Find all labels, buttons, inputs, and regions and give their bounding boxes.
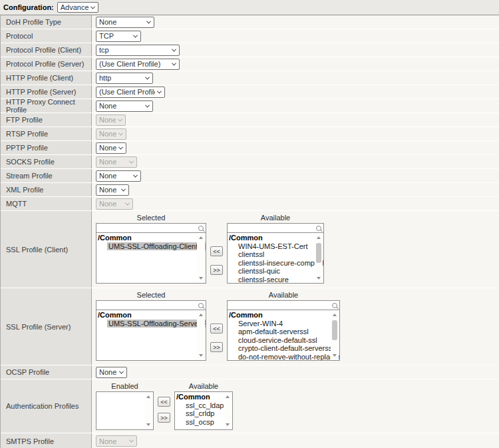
field-label: OCSP Profile [1,365,92,379]
list-item[interactable]: UMS-SSL-Offloading-Server-Profile [96,320,197,328]
list-item[interactable]: cloud-service-default-ssl [228,336,331,345]
scroll-up-icon[interactable] [226,395,230,398]
protocol-select[interactable]: TCP [96,31,141,42]
http-proxy-connect-profile-select[interactable]: None [96,101,153,112]
field-label: SSL Profile (Server) [1,288,92,365]
list-item[interactable]: clientssl-quic [228,267,315,276]
search-icon [332,303,337,308]
list-item[interactable]: ssl_crldp [175,409,224,418]
chevron-down-icon [129,158,134,163]
ssl-client-move-left-button[interactable]: << [210,246,223,256]
scroll-down-icon[interactable] [333,354,337,357]
scroll-up-icon[interactable] [317,236,321,239]
enabled-header: Enabled [96,382,154,390]
ocsp-profile-select[interactable]: None [96,367,127,378]
stream-profile-select[interactable]: None [96,170,141,182]
scrollbar[interactable] [331,311,339,359]
row-authentication-profiles: Authentication Profiles Enabled << [1,379,499,433]
chevron-down-icon [145,103,150,107]
list-item[interactable]: ssl_cc_ldap [175,401,224,410]
list-item[interactable]: ssl_ocsp [175,418,224,427]
auth-enabled-list[interactable] [96,391,154,430]
configuration-bar: Configuration: Advanced [0,0,499,15]
scroll-down-icon[interactable] [146,423,150,426]
scrollbar[interactable] [144,393,152,429]
auth-move-left-button[interactable]: << [158,397,170,407]
row-ssl-profile-client: SSL Profile (Client) Selected /Common UM… [1,211,499,288]
scroll-up-icon[interactable] [199,236,203,239]
ssl-client-selected-search-input[interactable] [98,224,198,232]
field-label: SOCKS Profile [1,155,92,168]
list-item[interactable]: crypto-client-default-serverssl [228,344,331,353]
scroll-up-icon[interactable] [146,395,150,398]
row-protocol-profile-server: Protocol Profile (Server) (Use Client Pr… [1,57,499,71]
selected-header: Selected [96,291,206,299]
list-item[interactable]: WIN4-UMS-EST-Cert [228,242,315,251]
field-label: Protocol Profile (Server) [1,57,92,71]
configuration-label: Configuration: [3,3,54,11]
chevron-down-icon [157,89,162,93]
ssl-client-selected-searchbox [96,223,206,233]
search-icon [316,226,321,231]
scroll-up-icon[interactable] [199,314,203,316]
scroll-up-icon[interactable] [333,314,337,316]
row-pptp-profile: PPTP Profile None [1,141,499,155]
auth-move-right-button[interactable]: >> [158,413,170,423]
xml-profile-select[interactable]: None [96,184,129,196]
ssl-server-move-left-button[interactable]: << [210,324,223,334]
list-group-label: /Common [228,311,331,320]
protocol-profile-client-select[interactable]: tcp [96,45,180,56]
ssl-server-available-search-input[interactable] [229,302,332,310]
http-profile-client-select[interactable]: http [96,73,153,84]
auth-available-list[interactable]: /Common ssl_cc_ldap ssl_crldp ssl_ocsp [174,391,233,430]
row-http-profile-server: HTTP Profile (Server) (Use Client Profil… [1,85,499,99]
list-item[interactable]: clientssl-secure [228,276,315,284]
search-icon [198,226,204,231]
chevron-down-icon [133,172,138,177]
field-label: HTTP Proxy Connect Profile [1,99,92,112]
chevron-down-icon [121,186,126,191]
chevron-down-icon [145,75,150,79]
scrollbar-thumb[interactable] [316,243,321,263]
field-label: XML Profile [1,183,92,196]
ssl-client-move-right-button[interactable]: >> [210,265,223,275]
chevron-down-icon [118,144,123,149]
field-label: FTP Profile [1,113,92,126]
ssl-server-available-list[interactable]: /Common Server-WIN-4 apm-default-servers… [227,310,340,361]
doh-profile-type-select[interactable]: None [96,17,154,28]
field-label: HTTP Profile (Client) [1,71,92,85]
list-item[interactable]: do-not-remove-without-replacement [228,353,331,361]
ssl-server-move-right-button[interactable]: >> [210,342,223,352]
pptp-profile-select[interactable]: None [96,142,126,154]
scrollbar[interactable] [224,393,232,429]
list-group-label: /Common [228,234,315,242]
chevron-down-icon [172,61,176,65]
scrollbar[interactable] [197,234,205,282]
list-item[interactable]: clientssl-insecure-compatible [228,259,315,268]
field-label: Protocol [1,29,92,43]
ssl-server-selected-list[interactable]: /Common UMS-SSL-Offloading-Server-Profil… [96,310,206,361]
scroll-down-icon[interactable] [199,354,203,357]
chevron-down-icon [133,33,138,37]
scroll-down-icon[interactable] [199,277,203,280]
configuration-select[interactable]: Advanced [57,2,98,13]
ssl-client-available-search-input[interactable] [229,224,316,232]
row-mqtt: MQTT None [1,197,499,211]
http-profile-server-select[interactable]: (Use Client Profile) [96,87,165,98]
ssl-server-selected-search-input[interactable] [98,302,198,310]
scrollbar[interactable] [197,311,205,359]
scrollbar-thumb[interactable] [332,320,337,340]
ssl-client-selected-list[interactable]: /Common UMS-SSL-Offloading-Client-Profil… [96,233,206,284]
scroll-down-icon[interactable] [226,423,230,426]
scroll-down-icon[interactable] [317,277,321,280]
list-item[interactable]: UMS-SSL-Offloading-Client-Profile [96,242,197,251]
list-item[interactable]: apm-default-serverssl [228,328,331,336]
chevron-down-icon [119,369,124,373]
scrollbar[interactable] [315,234,323,282]
socks-profile-select: None [96,156,137,168]
row-xml-profile: XML Profile None [1,183,499,197]
list-item[interactable]: Server-WIN-4 [228,320,331,328]
list-item[interactable]: clientssl [228,250,315,259]
protocol-profile-server-select[interactable]: (Use Client Profile) [96,59,180,70]
ssl-client-available-list[interactable]: /Common WIN4-UMS-EST-Cert clientssl clie… [227,233,324,284]
